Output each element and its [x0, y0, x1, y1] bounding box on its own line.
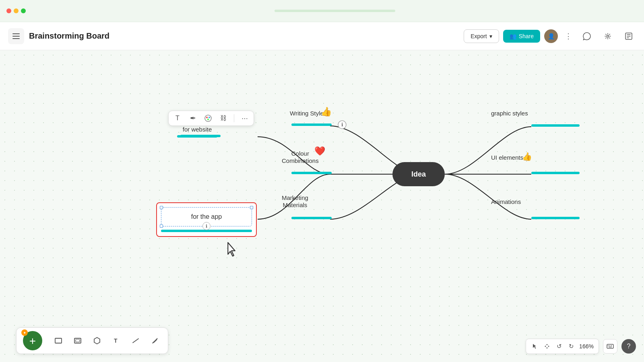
move-tool-button[interactable] [542, 341, 552, 351]
for-website-node[interactable]: for website [177, 126, 217, 138]
chevron-down-icon: ▾ [489, 33, 492, 39]
keyboard-shortcuts-button[interactable] [603, 339, 617, 354]
zoom-controls: ↺ ↻ 166% [526, 339, 599, 354]
minimize-button[interactable] [14, 8, 19, 13]
title-bar-center [32, 10, 638, 12]
undo-button[interactable]: ↺ [554, 341, 564, 351]
thumbs-up-emoji: 👍 [321, 107, 332, 117]
frame-tool-button[interactable] [71, 334, 84, 347]
title-bar-progress [275, 10, 395, 12]
connections-svg: ℹ [0, 50, 644, 362]
traffic-lights [6, 8, 26, 13]
avatar[interactable]: 👤 [544, 29, 558, 43]
svg-rect-6 [531, 124, 580, 127]
pen-tool-icon[interactable]: ✒ [188, 113, 198, 123]
select-tool-button[interactable] [530, 341, 540, 351]
export-panel-icon-button[interactable] [621, 29, 636, 43]
text-tool-icon[interactable]: T [173, 113, 182, 123]
menu-button[interactable] [8, 28, 24, 44]
link-tool-icon[interactable]: ⛓ [219, 113, 228, 123]
hamburger-line [12, 33, 20, 34]
svg-rect-23 [609, 346, 610, 346]
colour-combinations-node[interactable]: ColourCombinations ❤️ [282, 150, 319, 165]
canvas[interactable]: ℹ T ✒ ⛓ ⋯ for website for the app ℹ [0, 50, 644, 362]
header: Brainstorming Board Export ▾ 👥 Share 👤 ⋮ [0, 22, 644, 50]
ui-elements-node[interactable]: UI elements 👍 [491, 154, 523, 161]
text-tool-button[interactable]: T [110, 334, 123, 347]
export-label: Export [471, 33, 487, 39]
avatar-initials: 👤 [548, 33, 555, 39]
idea-node[interactable]: Idea [392, 162, 445, 186]
zoom-level: 166% [578, 343, 594, 350]
svg-rect-7 [531, 172, 580, 174]
animations-label: Animations [491, 198, 521, 205]
bottom-toolbar: + ✦ T [16, 327, 168, 354]
color-tool-icon[interactable] [203, 113, 213, 123]
svg-marker-18 [94, 337, 100, 344]
cursor [225, 241, 240, 261]
idea-label: Idea [411, 170, 426, 179]
graphic-styles-node[interactable]: graphic styles [491, 110, 528, 117]
hamburger-line [12, 36, 20, 37]
svg-rect-15 [55, 338, 62, 343]
line-tool-button[interactable] [129, 334, 142, 347]
hexagon-tool-button[interactable] [91, 334, 103, 347]
for-app-info-icon[interactable]: ℹ [202, 222, 211, 230]
svg-rect-8 [531, 217, 580, 219]
pen-tool-button[interactable] [149, 334, 161, 347]
svg-rect-3 [291, 172, 332, 174]
more-options-button[interactable]: ⋮ [562, 30, 575, 43]
export-button[interactable]: Export ▾ [464, 29, 499, 43]
close-button[interactable] [6, 8, 11, 13]
svg-rect-24 [611, 346, 612, 346]
keyboard-icon [607, 343, 614, 350]
redo-icon: ↻ [569, 343, 574, 350]
resize-handle-bl[interactable] [160, 224, 163, 228]
heart-emoji: ❤️ [314, 146, 325, 156]
svg-rect-22 [608, 346, 609, 346]
settings-icon [603, 32, 612, 41]
svg-text:ℹ: ℹ [341, 122, 343, 128]
hexagon-icon [93, 337, 101, 345]
toolbar-divider [234, 114, 234, 122]
add-fab-button[interactable]: + ✦ [23, 331, 42, 350]
maximize-button[interactable] [21, 8, 26, 13]
redo-button[interactable]: ↻ [566, 341, 576, 351]
resize-handle-tl[interactable] [160, 206, 163, 209]
writing-style-label: Writing Style [290, 110, 324, 117]
svg-rect-16 [74, 338, 81, 343]
chat-icon-button[interactable] [580, 29, 594, 43]
node-toolbar: T ✒ ⛓ ⋯ [168, 111, 254, 126]
svg-rect-4 [291, 217, 332, 219]
palette-icon [204, 114, 212, 122]
svg-text:T: T [114, 337, 118, 344]
ui-thumbs-up-emoji: 👍 [522, 152, 532, 161]
for-app-node[interactable]: for the app ℹ [156, 202, 257, 237]
rectangle-icon [54, 337, 62, 345]
svg-line-20 [133, 339, 138, 343]
board-title: Brainstorming Board [29, 31, 459, 41]
line-icon [132, 337, 140, 345]
share-button[interactable]: 👥 Share [503, 30, 540, 43]
marketing-materials-node[interactable]: MarketingMaterials [282, 194, 308, 209]
settings-icon-button[interactable] [601, 29, 615, 43]
share-icon: 👥 [510, 33, 516, 39]
writing-style-node[interactable]: Writing Style 👍 [290, 110, 324, 117]
add-icon: + [29, 335, 36, 347]
svg-rect-2 [291, 123, 332, 126]
svg-point-0 [607, 35, 609, 37]
svg-point-12 [206, 117, 208, 118]
svg-point-9 [338, 121, 346, 129]
more-tool-icon[interactable]: ⋯ [240, 113, 250, 123]
animations-node[interactable]: Animations [491, 198, 521, 206]
share-label: Share [519, 33, 534, 39]
resize-handle-tr[interactable] [250, 206, 253, 209]
undo-icon: ↺ [557, 343, 562, 350]
pen-icon [151, 337, 159, 345]
chat-icon [582, 32, 591, 41]
header-right-icons [580, 29, 636, 43]
rectangle-tool-button[interactable] [52, 334, 65, 347]
bottom-right-controls: ↺ ↻ 166% ? [526, 339, 636, 354]
select-icon [532, 343, 538, 350]
help-button[interactable]: ? [621, 339, 636, 354]
